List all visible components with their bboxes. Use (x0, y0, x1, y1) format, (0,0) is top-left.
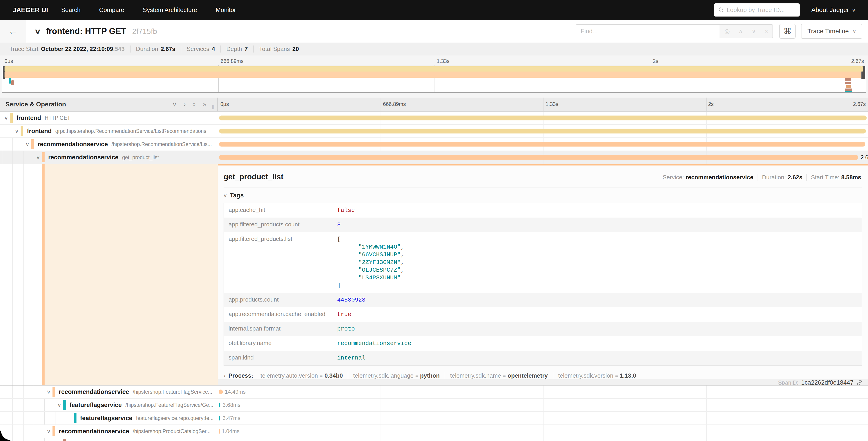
back-button[interactable]: ← (0, 20, 26, 42)
minimap-span-bar (845, 91, 852, 92)
tags-section-toggle[interactable]: ∨ Tags (223, 192, 862, 199)
expand-all-icon[interactable]: » (203, 101, 207, 108)
service-name: featureflagservice (69, 402, 122, 409)
span-duration-bar[interactable] (219, 155, 858, 160)
clear-find-icon[interactable]: × (765, 28, 768, 35)
tag-value: internal (337, 351, 366, 365)
tag-row[interactable]: app.filtered_products.list[ "1YMWWN1N4O"… (224, 232, 862, 293)
collapse-all-icon[interactable]: » (191, 102, 197, 106)
tag-row[interactable]: app.filtered_products.count8 (224, 217, 862, 232)
span-name-cell[interactable]: ∨featureflagservice/hipstershop.FeatureF… (0, 399, 218, 411)
equals-sign: = (615, 373, 618, 379)
jaeger-logo[interactable]: JAEGER UI (13, 6, 48, 14)
minimap-span-bar (11, 80, 14, 85)
span-duration-bar[interactable] (219, 116, 867, 120)
process-section-toggle[interactable]: › Process: telemetry.auto.version=0.34b0… (223, 372, 862, 379)
minimap-span-bar (845, 82, 851, 84)
process-item: telemetry.auto.version=0.34b0 (255, 372, 348, 379)
nav-item-system-architecture[interactable]: System Architecture (143, 6, 197, 13)
span-name-cell[interactable]: featureflagservicefeatureflagservice.rep… (0, 412, 218, 424)
column-resizer-grip[interactable]: ‖ (212, 104, 214, 111)
summary-value-suffix: .543 (113, 46, 125, 52)
trace-collapse-caret-icon[interactable]: ∨ (34, 27, 41, 35)
find-box: Find... ◎ ∧ ∨ × (576, 24, 773, 38)
row-expand-caret-icon[interactable]: ∨ (33, 155, 43, 160)
span-duration-bar[interactable] (219, 429, 220, 434)
span-duration-bar[interactable] (219, 390, 223, 394)
span-bar-cell[interactable]: 2.62s (218, 151, 868, 164)
span-name-cell[interactable]: ∨recommendationservice/hipstershop.Recom… (0, 138, 218, 151)
tag-value: false (337, 203, 355, 217)
row-expand-caret-icon[interactable]: ∨ (12, 128, 22, 134)
span-bar-cell[interactable] (218, 438, 868, 441)
span-name-cell[interactable]: ∨recommendationservice/hipstershop.Produ… (0, 425, 218, 438)
span-bar-cell[interactable] (218, 125, 868, 138)
focus-match-icon[interactable]: ◎ (724, 28, 730, 35)
divider (223, 187, 862, 187)
timeline-ruler: 0μs666.89ms1.33s2s2.67s (218, 97, 868, 111)
tags-section-title: Tags (230, 192, 244, 199)
ruler-tick-label: 666.89ms (383, 101, 406, 107)
tag-row[interactable]: app.cache_hitfalse (224, 203, 862, 217)
summary-item: Services4 (181, 46, 221, 53)
span-name-cell[interactable]: ∨ (0, 438, 218, 441)
process-label: Process: (228, 372, 253, 379)
minimap-tick-label: 666.89ms (221, 58, 244, 64)
copy-link-icon[interactable] (856, 380, 863, 385)
keyboard-shortcuts-button[interactable]: ⌘ (779, 24, 796, 39)
minimap-canvas[interactable] (2, 65, 866, 93)
tag-row[interactable]: internal.span.formatproto (224, 322, 862, 336)
trace-id-lookup-input[interactable]: Lookup by Trace ID... (714, 3, 800, 17)
span-duration-bar[interactable] (219, 142, 866, 147)
span-bar-cell[interactable] (218, 112, 868, 124)
trace-id-short: 2f715fb (132, 27, 157, 35)
minimap-span-bar (4, 66, 863, 71)
trace-view-selector[interactable]: Trace Timeline ∨ (801, 24, 862, 39)
nav-item-search[interactable]: Search (61, 6, 81, 13)
process-key: telemetry.auto.version (260, 372, 318, 379)
tag-row[interactable]: app.products.count44530923 (224, 293, 862, 307)
row-expand-caret-icon[interactable]: ∨ (55, 402, 64, 408)
span-bar-cell[interactable]: 3.68ms (218, 399, 868, 411)
expand-one-icon[interactable]: › (184, 101, 186, 108)
collapse-one-icon[interactable]: ∨ (172, 101, 177, 108)
nav-item-compare[interactable]: Compare (99, 6, 124, 13)
process-item: telemetry.sdk.version=1.13.0 (553, 372, 641, 379)
span-bar-cell[interactable]: 14.49ms (218, 385, 868, 398)
about-jaeger-menu[interactable]: About Jaeger ∨ (811, 6, 856, 13)
span-bar-cell[interactable] (218, 138, 868, 151)
span-name-cell[interactable]: ∨frontendgrpc.hipstershop.Recommendation… (0, 125, 218, 138)
span-duration: Duration:2.62s (758, 174, 807, 181)
tag-row[interactable]: otel.library.namerecommendationservice (224, 336, 862, 351)
row-expand-caret-icon[interactable]: ∨ (44, 389, 54, 394)
span-name-cell[interactable]: ∨recommendationservice/hipstershop.Featu… (0, 385, 218, 398)
chevron-down-icon: ∨ (852, 29, 856, 34)
row-expand-caret-icon[interactable]: ∨ (44, 429, 54, 434)
nav-item-monitor[interactable]: Monitor (216, 6, 236, 13)
indent-guides (0, 125, 11, 138)
summary-item: Duration2.67s (130, 46, 181, 53)
span-detail-highlight[interactable] (44, 164, 218, 385)
span-id-label: SpanID: (778, 379, 798, 385)
tag-row[interactable]: span.kindinternal (224, 351, 862, 365)
find-input[interactable]: Find... (576, 25, 719, 38)
tag-row[interactable]: app.recommendation.cache_enabledtrue (224, 307, 862, 322)
span-rows-top: ∨frontendHTTP GET∨frontendgrpc.hipstersh… (0, 112, 868, 164)
span-duration-bar[interactable] (219, 416, 220, 421)
service-operation-header: Service & Operation ∨ › » » ‖ (0, 97, 218, 111)
prev-match-icon[interactable]: ∧ (738, 28, 743, 35)
span-name-cell[interactable]: ∨recommendationserviceget_product_list (0, 151, 218, 164)
span-row: ∨ (0, 438, 868, 441)
operation-name: grpc.hipstershop.RecommendationService/L… (55, 128, 206, 134)
next-match-icon[interactable]: ∨ (751, 28, 756, 35)
span-duration-bar[interactable] (219, 403, 220, 408)
row-expand-caret-icon[interactable]: ∨ (1, 115, 11, 121)
row-expand-caret-icon[interactable]: ∨ (23, 142, 32, 147)
span-bar-cell[interactable]: 1.04ms (218, 425, 868, 438)
minimap-span-bar (4, 71, 861, 78)
span-detail-header: get_product_list Service:recommendations… (223, 172, 862, 181)
span-duration-bar[interactable] (219, 129, 866, 134)
screen-corner (0, 431, 10, 441)
span-bar-cell[interactable]: 3.47ms (218, 412, 868, 424)
span-name-cell[interactable]: ∨frontendHTTP GET (0, 112, 218, 124)
